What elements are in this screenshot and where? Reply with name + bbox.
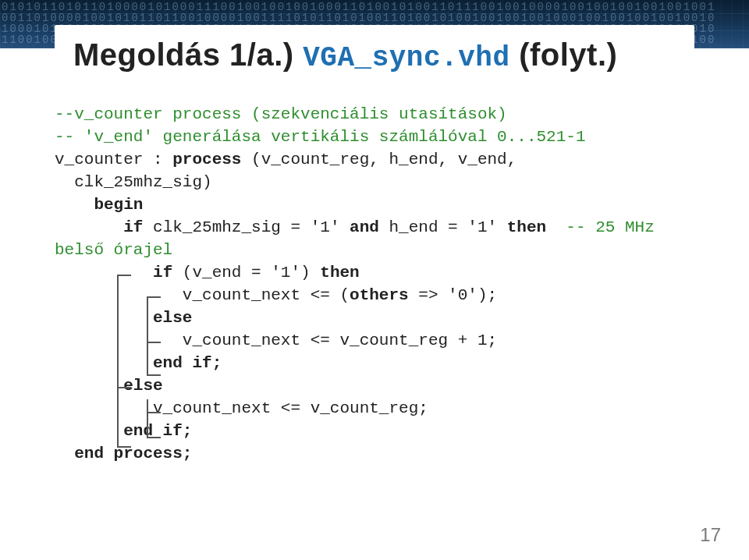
code-text: (v_count_reg, h_end, v_end, [241,151,516,168]
digit-row: 0011010000100101011011001000010011110101… [2,12,749,23]
bracket-line [117,275,131,276]
bracket-line [147,296,148,374]
title-continuation: (folyt.) [519,37,617,72]
code-keyword: then [507,218,546,236]
code-comment: -- 25 MHz [546,218,655,236]
title-filename: VGA_sync.vhd [303,42,509,74]
digit-row: 0101011010110100001010001110010010010010… [2,2,749,12]
code-keyword: others [350,286,409,304]
code-comment: belső órajel [55,241,172,259]
code-text: h_end = '1' [379,218,507,236]
code-keyword: end if; [55,354,222,372]
code-comment: -- 'v_end' generálása vertikális számlál… [55,128,586,146]
code-text: v_counter : [55,151,172,168]
code-text [55,218,123,236]
code-text: clk_25mhz_sig) [55,173,212,191]
code-keyword: else [55,377,163,395]
code-keyword: then [320,264,359,282]
bracket-line [147,399,148,437]
code-keyword: begin [55,196,143,214]
bracket-line [147,412,161,413]
code-text [55,264,153,282]
code-comment: --v_counter process (szekvenciális utasí… [55,105,507,123]
code-keyword: if [153,264,172,282]
code-keyword: end if; [55,422,192,440]
title-box: Megoldás 1/a.) VGA_sync.vhd (folyt.) [55,25,694,82]
code-keyword: and [350,218,379,236]
code-text: clk_25mhz_sig = '1' [143,218,350,236]
bracket-line [147,437,161,438]
code-keyword: else [55,309,192,327]
code-keyword: process [172,151,241,168]
bracket-line [117,275,119,446]
bracket-line [117,387,131,388]
title-prefix: Megoldás 1/a.) [73,37,294,72]
code-text: (v_end = '1') [172,264,320,282]
code-keyword: if [123,218,143,236]
page-number: 17 [700,524,721,546]
code-text: v_count_next <= v_count_reg; [55,399,428,417]
code-text: v_count_next <= ( [55,286,350,304]
code-text: => '0'); [409,286,497,304]
bracket-line [147,374,161,376]
code-block: --v_counter process (szekvenciális utasí… [55,103,694,465]
bracket-line [147,342,161,343]
code-text: v_count_next <= v_count_reg + 1; [55,331,497,349]
slide-title: Megoldás 1/a.) VGA_sync.vhd (folyt.) [73,37,676,74]
bracket-line [117,446,131,448]
bracket-line [147,296,161,298]
